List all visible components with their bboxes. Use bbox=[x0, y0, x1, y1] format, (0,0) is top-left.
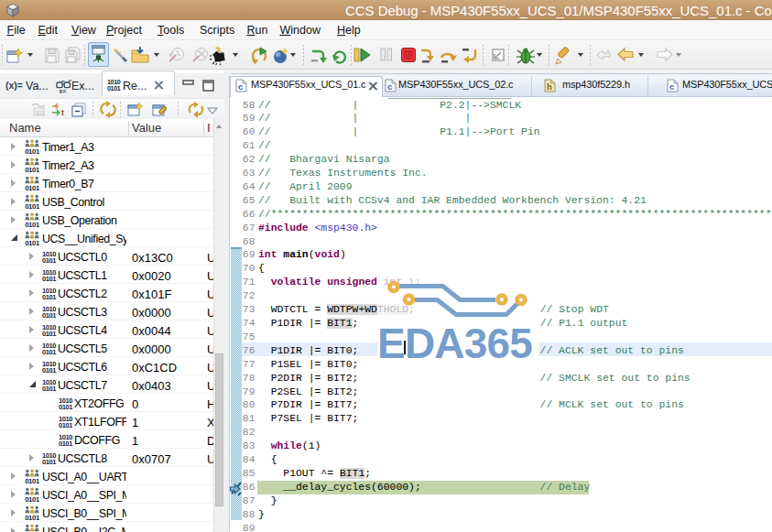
svg-text:h: h bbox=[547, 81, 552, 92]
svg-text:0101: 0101 bbox=[42, 348, 56, 355]
svg-text:0101: 0101 bbox=[59, 440, 72, 447]
svg-text:101: 101 bbox=[36, 110, 46, 115]
svg-text:0101: 0101 bbox=[25, 202, 39, 210]
svg-text:0101: 0101 bbox=[42, 311, 56, 319]
svg-text:0101: 0101 bbox=[25, 477, 39, 484]
svg-text:0101: 0101 bbox=[42, 275, 56, 282]
svg-text:0101: 0101 bbox=[107, 84, 121, 92]
svg-text:0101: 0101 bbox=[59, 421, 72, 429]
svg-text:0101: 0101 bbox=[42, 366, 56, 374]
svg-text:0101: 0101 bbox=[42, 385, 56, 392]
svg-text:0101: 0101 bbox=[25, 166, 39, 173]
svg-text:0101: 0101 bbox=[25, 239, 39, 246]
svg-text:0101: 0101 bbox=[25, 514, 39, 521]
svg-text:c: c bbox=[387, 81, 392, 92]
svg-text:t: t bbox=[61, 108, 64, 117]
svg-text:0101: 0101 bbox=[42, 293, 56, 300]
svg-text:0101: 0101 bbox=[25, 221, 39, 228]
svg-text:0101: 0101 bbox=[42, 256, 56, 264]
svg-text:0101: 0101 bbox=[25, 147, 39, 155]
svg-text:0101: 0101 bbox=[59, 403, 72, 410]
svg-text:x=: x= bbox=[60, 88, 67, 93]
svg-text:c: c bbox=[669, 81, 674, 92]
svg-text:0101: 0101 bbox=[42, 458, 56, 465]
svg-text:0101: 0101 bbox=[25, 495, 39, 503]
svg-text:c: c bbox=[238, 81, 243, 92]
svg-text:0101: 0101 bbox=[42, 330, 56, 337]
svg-text:0101: 0101 bbox=[25, 184, 39, 191]
